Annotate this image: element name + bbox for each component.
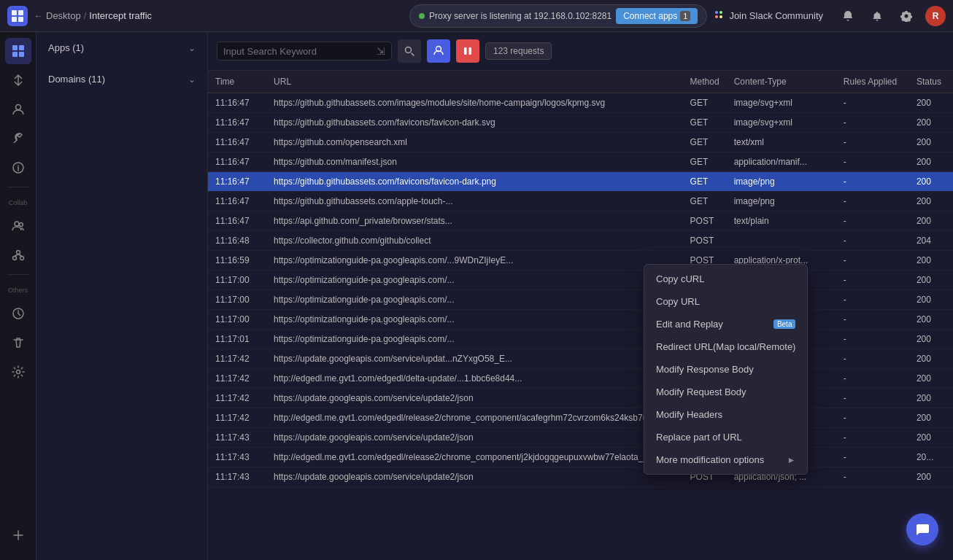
search-input[interactable]	[223, 46, 372, 57]
context-menu-item[interactable]: Copy cURL	[644, 268, 807, 290]
cell-url: https://github.githubassets.com/favicons…	[266, 113, 683, 133]
add-button[interactable]	[5, 522, 31, 548]
filter-button[interactable]	[427, 39, 450, 63]
table-row[interactable]: 11:16:47 https://api.github.com/_private…	[208, 211, 953, 231]
cell-rules: -	[836, 389, 909, 408]
table-row[interactable]: 11:17:42 http://edgedl.me.gvt1.com/edged…	[208, 408, 953, 428]
cell-rules: -	[836, 290, 909, 310]
svg-rect-10	[12, 52, 18, 57]
avatar[interactable]: R	[925, 6, 946, 26]
cell-status: 20...	[909, 448, 953, 467]
connect-apps-label: Connect apps	[623, 11, 677, 21]
cell-rules: -	[836, 467, 909, 487]
context-menu: Copy cURLCopy URLEdit and ReplayBetaRedi…	[644, 264, 808, 475]
requests-count: 123 requests	[493, 46, 544, 56]
domains-dropdown[interactable]: Domains (11) ⌄	[42, 69, 201, 89]
nav-separator: /	[84, 10, 87, 21]
table-row[interactable]: 11:16:47 https://github.githubassets.com…	[208, 192, 953, 211]
sidebar-item-intercept[interactable]	[5, 67, 31, 93]
left-panel: Apps (1) ⌄ Domains (11) ⌄	[36, 32, 208, 560]
svg-rect-9	[19, 45, 24, 50]
topbar-right: Join Slack Community R	[707, 6, 946, 26]
cell-time: 11:17:00	[208, 271, 266, 290]
bell-button[interactable]	[867, 6, 887, 26]
cell-status: 200	[909, 389, 953, 408]
cell-url: https://github.githubassets.com/images/m…	[266, 93, 683, 113]
sidebar-item-share[interactable]	[5, 242, 31, 268]
add-button-wrap	[5, 522, 31, 554]
col-header-status: Status	[909, 71, 953, 93]
pause-button[interactable]	[456, 39, 479, 63]
svg-point-5	[719, 11, 722, 14]
others-section-label: Others	[0, 281, 36, 298]
table-row[interactable]: 11:17:42 http://edgedl.me.gvt1.com/edged…	[208, 369, 953, 389]
slack-button[interactable]: Join Slack Community	[707, 6, 829, 26]
table-row[interactable]: 11:17:43 https://update.googleapis.com/s…	[208, 467, 953, 487]
cell-method: GET	[683, 192, 727, 211]
context-menu-item[interactable]: Replace part of URL	[644, 426, 807, 448]
cell-url: https://github.com/manifest.json	[266, 152, 683, 172]
svg-point-18	[20, 257, 23, 260]
sidebar-item-team[interactable]	[5, 213, 31, 239]
table-row[interactable]: 11:17:42 https://update.googleapis.com/s…	[208, 389, 953, 408]
cell-status: 200	[909, 349, 953, 369]
sidebar-item-info[interactable]	[5, 155, 31, 181]
topbar-left: ← Desktop / Intercept traffic	[7, 6, 409, 26]
chat-bubble[interactable]	[906, 513, 938, 545]
cell-rules: -	[836, 93, 909, 113]
cell-rules: -	[836, 369, 909, 389]
context-item-label: More modification options	[656, 454, 764, 465]
cell-url: https://api.github.com/_private/browser/…	[266, 211, 683, 231]
table-row[interactable]: 11:17:00 https://optimizationguide-pa.go…	[208, 310, 953, 330]
expand-icon: ⇲	[377, 45, 385, 57]
table-row[interactable]: 11:17:42 https://update.googleapis.com/s…	[208, 349, 953, 369]
table-row[interactable]: 11:17:00 https://optimizationguide-pa.go…	[208, 271, 953, 290]
settings-button[interactable]	[896, 6, 917, 26]
table-row[interactable]: 11:17:43 http://edgedl.me.gvt1.com/edged…	[208, 448, 953, 467]
table-row[interactable]: 11:17:01 https://optimizationguide-pa.go…	[208, 330, 953, 349]
apps-section: Apps (1) ⌄	[36, 32, 207, 63]
cell-content-type: application/manif...	[727, 152, 836, 172]
cell-status: 200	[909, 428, 953, 448]
table-row[interactable]: 11:16:47 https://github.githubassets.com…	[208, 172, 953, 192]
sidebar-item-trash[interactable]	[5, 330, 31, 356]
requests-table-wrap[interactable]: Time URL Method Content-Type Rules Appli…	[208, 71, 953, 560]
context-menu-item[interactable]: More modification options►	[644, 448, 807, 471]
notifications-button[interactable]	[838, 6, 858, 26]
table-row[interactable]: 11:16:59 https://optimizationguide-pa.go…	[208, 251, 953, 271]
context-menu-item[interactable]: Modify Response Body	[644, 358, 807, 381]
cell-content-type: image/svg+xml	[727, 93, 836, 113]
svg-point-6	[715, 15, 718, 18]
context-item-label: Modify Headers	[656, 409, 722, 420]
content-area: ⇲ 123 requests	[208, 32, 953, 560]
apps-dropdown[interactable]: Apps (1) ⌄	[42, 38, 201, 58]
table-row[interactable]: 11:16:47 https://github.com/opensearch.x…	[208, 133, 953, 152]
cell-method: GET	[683, 113, 727, 133]
sidebar-item-history[interactable]	[5, 300, 31, 327]
sidebar-item-settings[interactable]	[5, 359, 31, 385]
table-row[interactable]: 11:16:47 https://github.githubassets.com…	[208, 93, 953, 113]
nav-back-icon[interactable]: ←	[34, 10, 43, 21]
table-row[interactable]: 11:16:48 https://collector.github.com/gi…	[208, 231, 953, 251]
context-menu-item[interactable]: Redirect URL(Map local/Remote)	[644, 335, 807, 358]
search-button[interactable]	[398, 39, 421, 63]
context-menu-item[interactable]: Modify Request Body	[644, 381, 807, 403]
cell-method: POST	[683, 231, 727, 251]
connect-apps-button[interactable]: Connect apps 1	[616, 8, 698, 24]
sidebar-item-tools[interactable]	[5, 125, 31, 152]
svg-rect-8	[12, 45, 18, 50]
context-menu-item[interactable]: Modify Headers	[644, 403, 807, 426]
context-menu-item[interactable]: Copy URL	[644, 290, 807, 313]
table-row[interactable]: 11:17:43 https://update.googleapis.com/s…	[208, 428, 953, 448]
table-row[interactable]: 11:16:47 https://github.com/manifest.jso…	[208, 152, 953, 172]
sidebar-item-user[interactable]	[5, 96, 31, 122]
cell-rules: -	[836, 310, 909, 330]
cell-url: https://optimizationguide-pa.googleapis.…	[266, 251, 683, 271]
context-menu-item[interactable]: Edit and ReplayBeta	[644, 313, 807, 335]
table-row[interactable]: 11:16:47 https://github.githubassets.com…	[208, 113, 953, 133]
cell-url: https://github.com/opensearch.xml	[266, 133, 683, 152]
cell-rules: -	[836, 271, 909, 290]
table-row[interactable]: 11:17:00 https://optimizationguide-pa.go…	[208, 290, 953, 310]
sidebar-item-apps[interactable]	[5, 38, 31, 64]
svg-rect-24	[469, 47, 472, 55]
